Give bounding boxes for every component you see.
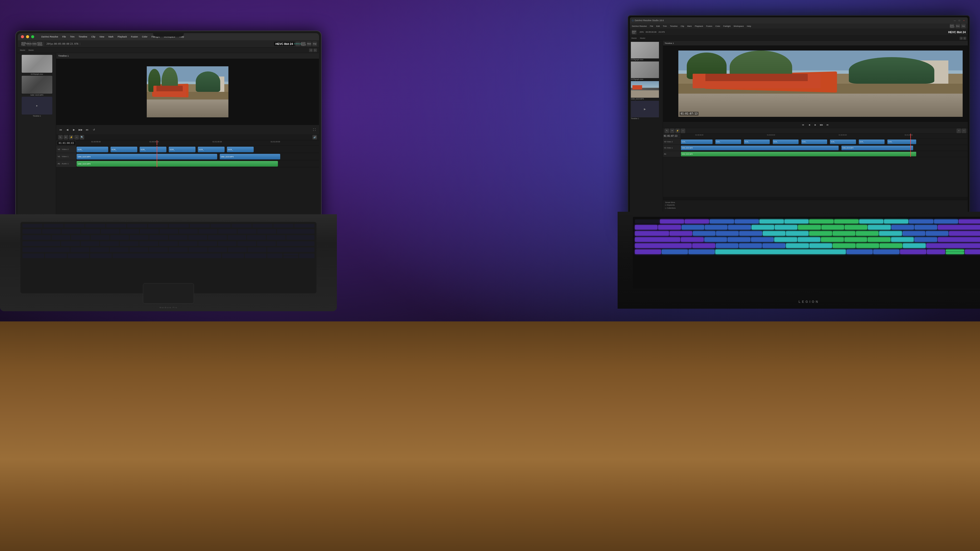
key-alt-right[interactable] xyxy=(245,254,266,258)
legion-key-f1[interactable] xyxy=(660,219,684,224)
legion-period[interactable] xyxy=(880,243,902,248)
win-media-item-4[interactable]: ▶ Timeline 1 xyxy=(631,101,662,119)
win-skip-back-btn[interactable]: ⏮ xyxy=(800,122,806,127)
key-lshift[interactable] xyxy=(22,248,70,252)
key-backslash[interactable] xyxy=(286,235,315,240)
key-h[interactable] xyxy=(159,241,178,246)
maximize-button-dot[interactable] xyxy=(31,35,34,38)
win-menu-fusion[interactable]: Fusion xyxy=(706,25,712,27)
legion-num-5[interactable] xyxy=(752,225,774,230)
trim-tool-btn[interactable]: ✂ xyxy=(64,135,68,140)
key-x[interactable] xyxy=(90,248,109,252)
next-frame-btn[interactable]: ▶▶ xyxy=(78,127,83,132)
win-menu-davinci[interactable]: DaVinci Resolve xyxy=(632,25,647,27)
win-menu-fairlight[interactable]: Fairlight xyxy=(723,25,730,27)
win-media-item-1[interactable]: GCRgraph.mov xyxy=(631,42,662,60)
legion-k[interactable] xyxy=(845,237,867,242)
win-clip-v2-2[interactable]: GCR_ xyxy=(715,140,741,144)
legion-l[interactable] xyxy=(868,237,891,242)
win-mast-btn[interactable]: Mast xyxy=(956,24,960,28)
legion-key-f5[interactable] xyxy=(759,219,784,224)
legion-c[interactable] xyxy=(739,243,762,248)
win-clip-v2-3[interactable]: GCR_ xyxy=(744,140,770,144)
legion-backspace[interactable] xyxy=(938,225,980,230)
minimize-button-dot[interactable] xyxy=(26,35,29,38)
menu-item-color[interactable]: Color xyxy=(142,35,148,38)
win-clip-v1-1[interactable]: SAM_0215.MP4 xyxy=(681,146,838,150)
legion-t[interactable] xyxy=(763,231,785,236)
legion-j[interactable] xyxy=(821,237,844,242)
menu-item-playback[interactable]: Playback xyxy=(118,35,127,38)
legion-key-f7[interactable] xyxy=(809,219,834,224)
legion-q[interactable] xyxy=(670,231,692,236)
legion-lshift[interactable] xyxy=(635,243,692,248)
key-r[interactable] xyxy=(110,235,129,240)
win-clip-v2-7[interactable]: GCR_ xyxy=(859,140,885,144)
win-quick-export-btn[interactable]: Quick Export xyxy=(950,24,955,28)
key-equals[interactable] xyxy=(257,229,276,233)
key-0[interactable] xyxy=(218,229,237,233)
win-menu-workspace[interactable]: Workspace xyxy=(734,25,744,27)
key-u[interactable] xyxy=(169,235,188,240)
win-trim-btn[interactable]: ✂ xyxy=(670,129,675,133)
legion-num-8[interactable] xyxy=(821,225,844,230)
key-l[interactable] xyxy=(218,241,237,246)
legion-key-del[interactable] xyxy=(959,219,980,224)
key-backspace[interactable] xyxy=(277,229,314,233)
legion-ctrl-l[interactable] xyxy=(635,249,661,254)
media-item-1[interactable]: GCRgraph.mov xyxy=(22,55,52,75)
win-select-btn[interactable]: ↖ xyxy=(665,129,669,133)
sound-library-btn[interactable]: Sound Library xyxy=(38,41,42,46)
legion-enter[interactable] xyxy=(938,237,980,242)
win-clip-v2-5[interactable]: GCR_ xyxy=(801,140,827,144)
legion-y[interactable] xyxy=(786,231,808,236)
legion-num-0[interactable] xyxy=(868,225,891,230)
play-btn[interactable]: ▶ xyxy=(72,127,76,132)
key-f11[interactable] xyxy=(252,224,272,227)
select-tool-btn[interactable]: ↖ xyxy=(58,135,63,140)
key-ctrl[interactable] xyxy=(45,254,67,258)
key-rshift[interactable] xyxy=(267,248,314,252)
key-p[interactable] xyxy=(228,235,247,240)
key-f[interactable] xyxy=(120,241,138,246)
win-clip-a1-1[interactable]: SAM_0215.MP4 xyxy=(681,152,916,156)
key-1[interactable] xyxy=(42,229,61,233)
key-f10[interactable] xyxy=(231,224,251,227)
win-razor-btn[interactable]: ⚡ xyxy=(675,129,680,133)
win-nav-right[interactable]: ▷ xyxy=(963,37,966,40)
win-menu-file[interactable]: File xyxy=(650,25,653,27)
key-d[interactable] xyxy=(100,241,119,246)
key-n[interactable] xyxy=(169,248,188,252)
key-return[interactable] xyxy=(277,241,314,246)
menu-item-clip[interactable]: Clip xyxy=(91,35,95,38)
key-minus[interactable] xyxy=(238,229,256,233)
legion-x[interactable] xyxy=(716,243,738,248)
legion-w[interactable] xyxy=(693,231,715,236)
key-backtick[interactable] xyxy=(22,229,41,233)
legion-a[interactable] xyxy=(681,237,703,242)
key-f4[interactable] xyxy=(106,224,126,227)
key-slash[interactable] xyxy=(248,248,266,252)
key-f5[interactable] xyxy=(127,224,147,227)
key-g[interactable] xyxy=(139,241,158,246)
audio-level-btn[interactable]: 🔊 xyxy=(312,135,317,140)
key-c[interactable] xyxy=(110,248,129,252)
legion-z[interactable] xyxy=(692,243,715,248)
win-menu-color[interactable]: Color xyxy=(715,25,720,27)
legion-key-f3[interactable] xyxy=(710,219,734,224)
legion-key-f8[interactable] xyxy=(834,219,859,224)
key-8[interactable] xyxy=(179,229,198,233)
key-alt[interactable] xyxy=(68,254,89,258)
key-fn-bottom[interactable] xyxy=(22,254,44,258)
legion-key-f11[interactable] xyxy=(909,219,933,224)
edit-mode-btn[interactable]: EditMode xyxy=(296,41,300,46)
win-collections[interactable]: ▷ Collections xyxy=(665,206,966,210)
media-item-2[interactable]: SAM_0215.MP4 xyxy=(22,76,52,96)
legion-arr-up[interactable] xyxy=(946,249,964,251)
key-rbracket[interactable] xyxy=(267,235,286,240)
key-5[interactable] xyxy=(120,229,139,233)
legion-key-f4[interactable] xyxy=(735,219,759,224)
razor-tool-btn[interactable]: ⚡ xyxy=(69,135,73,140)
key-cmd-left[interactable] xyxy=(90,254,112,258)
key-f1[interactable] xyxy=(43,224,64,227)
